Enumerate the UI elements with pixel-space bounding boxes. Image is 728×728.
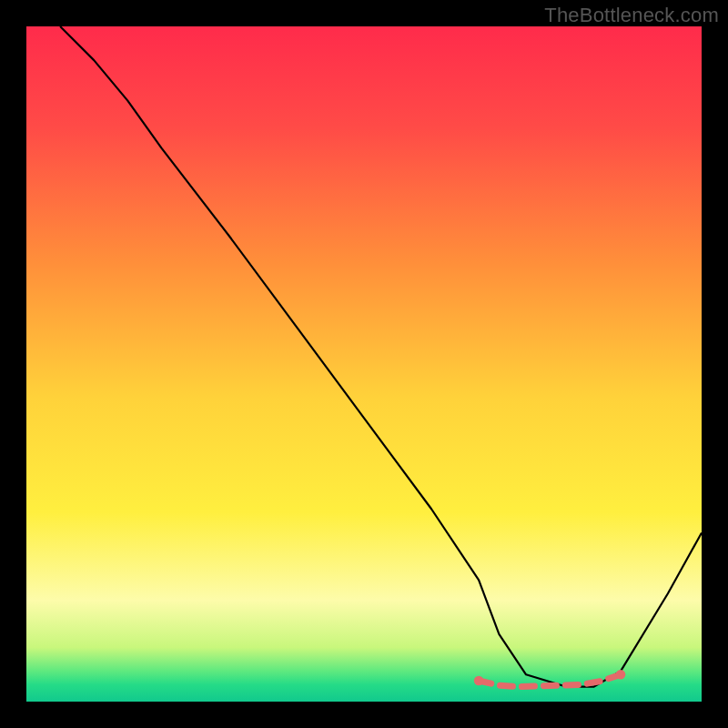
chart-background [26, 26, 702, 702]
watermark-text: TheBottleneck.com [544, 4, 719, 27]
chart-stage: TheBottleneck.com [0, 0, 728, 728]
svg-point-0 [474, 676, 484, 686]
svg-point-1 [616, 670, 626, 680]
bottleneck-chart [0, 0, 728, 728]
